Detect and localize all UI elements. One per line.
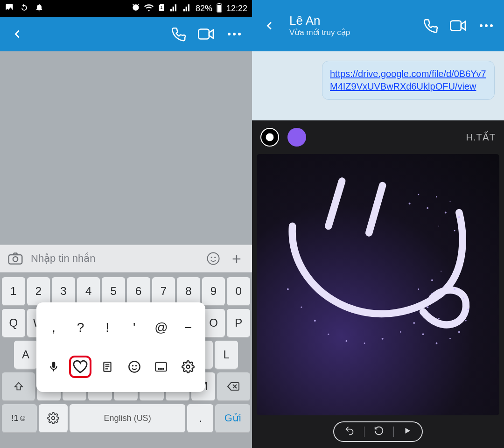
- svg-rect-3: [217, 5, 221, 12]
- left-screenshot: 1 82% 12:22: [0, 0, 252, 448]
- message-placeholder[interactable]: Nhập tin nhắn: [31, 252, 198, 265]
- video-call-button[interactable]: [450, 17, 467, 34]
- send-key[interactable]: Gửi: [215, 404, 250, 432]
- drawing-canvas[interactable]: [257, 154, 499, 415]
- back-button[interactable]: [9, 26, 26, 42]
- signal2-icon: [182, 3, 192, 14]
- svg-point-36: [382, 338, 384, 340]
- key-6[interactable]: 6: [127, 277, 150, 305]
- popup-comma[interactable]: ,: [42, 316, 65, 339]
- emoji-icon[interactable]: [123, 356, 146, 378]
- play-icon[interactable]: [403, 426, 412, 437]
- space-key[interactable]: English (US): [70, 404, 186, 432]
- heart-icon[interactable]: [69, 356, 91, 378]
- image-icon: [5, 3, 14, 14]
- svg-point-14: [136, 365, 136, 366]
- key-3[interactable]: 3: [52, 277, 75, 305]
- voice-call-button[interactable]: [170, 26, 187, 42]
- svg-point-50: [443, 287, 444, 287]
- alarm-icon: [131, 3, 140, 14]
- mic-icon[interactable]: [42, 356, 65, 378]
- key-8[interactable]: 8: [177, 277, 200, 305]
- period-key[interactable]: .: [187, 404, 213, 432]
- bell-icon: [35, 3, 44, 14]
- battery-text: 82%: [196, 4, 212, 14]
- svg-point-42: [422, 333, 424, 335]
- clipboard-icon[interactable]: [96, 356, 119, 378]
- color-purple[interactable]: [287, 128, 306, 147]
- more-button[interactable]: [226, 26, 243, 42]
- drawing-strokes: [257, 154, 499, 415]
- svg-point-9: [215, 257, 215, 258]
- key-a[interactable]: A: [14, 341, 37, 369]
- message-link[interactable]: https://drive.google.com/file/d/0B6Yv7M4…: [330, 69, 486, 91]
- keyboard-layout-icon[interactable]: [150, 356, 172, 378]
- back-button[interactable]: [261, 17, 278, 34]
- svg-point-23: [427, 207, 428, 209]
- key-9[interactable]: 9: [202, 277, 225, 305]
- svg-point-18: [163, 369, 164, 370]
- shift-key[interactable]: [2, 372, 35, 400]
- camera-icon[interactable]: [7, 251, 23, 266]
- message-bubble: https://drive.google.com/file/d/0B6Yv7M4…: [322, 61, 495, 100]
- svg-point-45: [458, 331, 460, 333]
- drawing-toolbar: H.TẤT: [252, 120, 504, 154]
- key-o[interactable]: O: [202, 309, 225, 337]
- svg-point-41: [441, 271, 441, 272]
- reset-icon[interactable]: [374, 426, 384, 438]
- refresh-icon: [20, 3, 29, 14]
- popup-at[interactable]: @: [150, 316, 172, 339]
- svg-point-46: [465, 320, 467, 322]
- color-white[interactable]: [260, 128, 279, 147]
- clock-text: 12:22: [226, 4, 247, 14]
- symbols-key[interactable]: !1☺: [2, 404, 37, 432]
- more-button[interactable]: [478, 17, 495, 34]
- svg-text:1: 1: [160, 5, 162, 10]
- right-screenshot: Lê An Vừa mới truy cập https://drive.goo…: [252, 0, 504, 448]
- popup-exclaim[interactable]: !: [96, 316, 119, 339]
- key-1[interactable]: 1: [2, 277, 25, 305]
- popup-apostrophe[interactable]: ': [123, 316, 146, 339]
- svg-point-30: [287, 288, 289, 290]
- svg-point-32: [314, 320, 316, 322]
- smile-icon[interactable]: [205, 251, 221, 266]
- svg-point-25: [445, 212, 447, 214]
- signal-icon: [169, 3, 179, 14]
- svg-point-39: [418, 288, 419, 290]
- key-4[interactable]: 4: [77, 277, 100, 305]
- svg-point-44: [449, 338, 451, 339]
- svg-point-53: [438, 318, 440, 319]
- drawing-controls: [252, 420, 504, 443]
- svg-point-7: [208, 253, 219, 265]
- voice-call-button[interactable]: [422, 17, 439, 34]
- chat-title: Lê An: [289, 14, 411, 28]
- backspace-key[interactable]: [217, 372, 250, 400]
- key-2[interactable]: 2: [27, 277, 50, 305]
- sim-icon: 1: [157, 3, 166, 14]
- svg-point-17: [161, 369, 161, 370]
- svg-rect-4: [199, 29, 210, 39]
- chat-header: [0, 17, 252, 51]
- svg-point-22: [418, 194, 419, 195]
- svg-point-26: [450, 201, 451, 202]
- key-5[interactable]: 5: [102, 277, 125, 305]
- video-call-button[interactable]: [198, 26, 215, 42]
- svg-point-40: [431, 279, 433, 281]
- key-p[interactable]: P: [227, 309, 250, 337]
- key-l[interactable]: L: [215, 341, 238, 369]
- kb-row-numbers: 1 2 3 4 5 6 7 8 9 0: [2, 277, 250, 305]
- settings-key[interactable]: [39, 404, 68, 432]
- key-7[interactable]: 7: [152, 277, 175, 305]
- key-q[interactable]: Q: [2, 309, 25, 337]
- svg-point-29: [438, 226, 439, 227]
- kb-row-bottom: !1☺ English (US) . Gửi: [2, 404, 250, 432]
- svg-point-37: [400, 331, 401, 333]
- done-button[interactable]: H.TẤT: [466, 132, 496, 143]
- popup-dash[interactable]: −: [177, 316, 199, 339]
- undo-icon[interactable]: [344, 426, 355, 437]
- plus-icon[interactable]: +: [229, 251, 245, 266]
- popup-question[interactable]: ?: [69, 316, 91, 339]
- gear-icon[interactable]: [177, 356, 199, 378]
- key-0[interactable]: 0: [227, 277, 250, 305]
- svg-point-34: [345, 340, 347, 342]
